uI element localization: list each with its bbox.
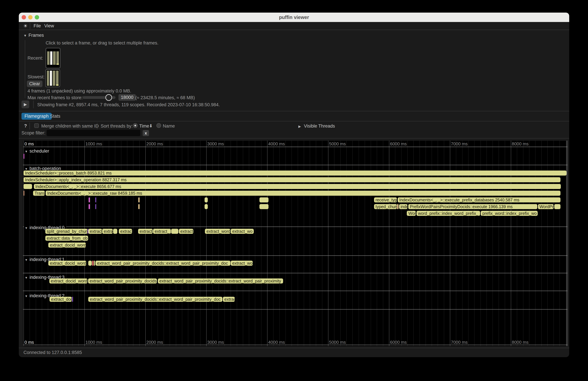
scope-bar[interactable]: split_grenad_by_chun (45, 229, 88, 234)
sort-by-name-radio[interactable] (156, 123, 161, 128)
scope-bar[interactable] (95, 204, 96, 209)
scope-bar[interactable]: IndexScheduler>::apply_index_operation 8… (23, 177, 561, 182)
scope-bar[interactable]: Trans (33, 191, 45, 196)
scope-bar[interactable]: extract::data_from_ob (45, 236, 88, 241)
scope-bar[interactable]: extract_word_pair_proximity_docids::extr… (88, 297, 222, 302)
max-frames-slider-knob[interactable] (105, 94, 112, 101)
scope-bar[interactable] (138, 204, 140, 209)
sort-by-time-radio[interactable] (133, 123, 138, 128)
scope-bar[interactable]: extra (102, 229, 113, 234)
scope-bar[interactable]: extract_word_pair_proximity_docids (88, 278, 157, 283)
merge-children-checkbox[interactable] (34, 123, 39, 128)
scope-bar[interactable]: IndexDocuments<_, _>::execute_raw 8459.1… (46, 191, 560, 196)
scope-bar[interactable]: index (399, 204, 407, 209)
frame-stripes (47, 71, 59, 86)
scope-bar[interactable]: extract (88, 229, 102, 234)
scope-bar[interactable]: extract_ (153, 229, 171, 234)
scope-bar[interactable] (23, 191, 24, 196)
play-button[interactable]: ▶ (21, 101, 29, 108)
scope-bar[interactable]: extract_wo (231, 261, 253, 266)
axis-tick-label: 0 ms (24, 141, 34, 147)
recent-frame-thumbnail[interactable] (46, 48, 61, 68)
scope-bar[interactable]: extract_word_pair_proximity_docids::extr… (158, 278, 283, 283)
collapse-triangle-icon: ▼ (25, 294, 28, 298)
menu-file[interactable]: File (34, 23, 41, 28)
clear-frames-button[interactable]: Clear (27, 81, 42, 87)
scope-bar[interactable]: IndexDocuments<_, _>::execute 8656.677 m… (34, 184, 561, 189)
scope-bar[interactable] (259, 204, 269, 209)
sort-by-time-label[interactable]: Time (139, 124, 149, 129)
scope-bar[interactable] (92, 261, 94, 266)
clear-filter-button[interactable]: x (143, 130, 149, 136)
separator (19, 111, 569, 111)
scope-bar[interactable] (88, 261, 92, 266)
max-frames-value[interactable]: 18000 (119, 94, 136, 101)
recent-label: Recent: (27, 56, 43, 61)
axis-tick-label: 6000 ms (390, 340, 407, 345)
scope-bar[interactable]: extract_docid_word (48, 261, 86, 266)
scope-bar[interactable]: extract_docid_word (48, 243, 86, 248)
axis-tick-label: 5000 ms (329, 340, 346, 345)
separator (97, 123, 97, 129)
scope-bar[interactable] (554, 204, 561, 209)
axis-tick-label: 3000 ms (207, 141, 224, 147)
merge-children-label[interactable]: Merge children with same ID (41, 124, 99, 129)
scope-bar[interactable]: extrac (223, 297, 235, 302)
theme-toggle-sun-icon[interactable]: ☀ (23, 23, 28, 29)
scope-bar[interactable] (23, 154, 24, 159)
frame-stripe (56, 71, 59, 86)
scope-bar[interactable]: extract_wo (231, 229, 254, 234)
scope-filter-input[interactable] (47, 130, 140, 136)
scope-bar[interactable] (171, 229, 178, 234)
help-button[interactable]: ? (24, 123, 27, 128)
scope-bar[interactable]: prefix_word::index_prefix_wo (481, 211, 538, 216)
scope-bar[interactable]: WordPr (538, 204, 554, 209)
scope-bar[interactable] (138, 197, 140, 202)
axis-tick-label: 0 ms (24, 340, 34, 345)
scope-bar[interactable]: extract_docid_word (49, 278, 88, 283)
scope-bar[interactable]: Word (407, 211, 416, 216)
collapse-triangle-icon: ▼ (25, 276, 28, 279)
scope-bar[interactable]: IndexDocuments<_, _>::execute_prefix_dat… (398, 197, 561, 202)
canvas-bottom-line (23, 345, 567, 345)
scope-bar[interactable]: extract_word (205, 229, 230, 234)
frames-section-header[interactable]: ▼Frames (23, 33, 44, 38)
scope-bar[interactable] (113, 229, 117, 234)
scope-bar[interactable] (397, 204, 399, 209)
scope-bar[interactable]: IndexScheduler>::process_batch 8953.821 … (23, 170, 567, 176)
collapse-triangle-icon: ▼ (25, 226, 28, 230)
scope-bar[interactable] (205, 197, 208, 202)
scope-bar[interactable]: word_prefix::index_word_prefix_ (417, 211, 480, 216)
scope-bar[interactable] (94, 261, 95, 266)
scope-bar[interactable]: extract_doc (49, 297, 72, 302)
scope-bar[interactable] (205, 204, 208, 209)
scope-bar[interactable] (89, 197, 90, 202)
connection-status: Connected to 127.0.0.1:8585 (23, 350, 82, 355)
scope-bar[interactable] (72, 297, 73, 302)
sort-threads-label: Sort threads by: (101, 124, 133, 129)
visible-threads-header[interactable]: ▶ Visible Threads (298, 124, 335, 129)
scope-bar[interactable]: PrefixWordPairsProximityDocids::execute … (408, 204, 537, 209)
slowest-frame-thumbnail[interactable] (45, 69, 60, 87)
menu-view[interactable]: View (44, 23, 54, 28)
tab-stats[interactable]: Stats (50, 114, 61, 119)
scope-bar[interactable] (23, 184, 32, 189)
flamegraph-canvas[interactable]: 0 ms0 ms1000 ms1000 ms2000 ms2000 ms3000… (23, 141, 567, 346)
scope-bar[interactable]: typed_chunk::w (374, 204, 397, 209)
scope-bar[interactable]: extract_word_pair_proximity_docids::extr… (95, 261, 230, 266)
collapsed-triangle-icon: ▶ (298, 125, 301, 128)
scope-bar[interactable] (95, 197, 96, 202)
scope-bar[interactable]: extract_ (138, 229, 152, 234)
scope-bar[interactable]: receive_typed_ (374, 197, 397, 202)
scope-bar[interactable]: extract (179, 229, 193, 234)
thread-header-scheduler[interactable]: ▼scheduler (24, 148, 51, 154)
scope-filter-label: Scope filter: (21, 130, 45, 136)
scope-bar[interactable] (89, 204, 90, 209)
sort-by-name-label[interactable]: Name (163, 124, 175, 129)
tab-flamegraph[interactable]: Flamegraph (21, 113, 52, 120)
axis-tick-label: 8000 ms (512, 340, 529, 345)
scope-bar[interactable] (259, 197, 269, 202)
scope-bar[interactable]: extrac (119, 229, 132, 234)
sort-direction-down-icon[interactable]: ⬇ (149, 123, 153, 128)
play-icon: ▶ (24, 102, 27, 106)
